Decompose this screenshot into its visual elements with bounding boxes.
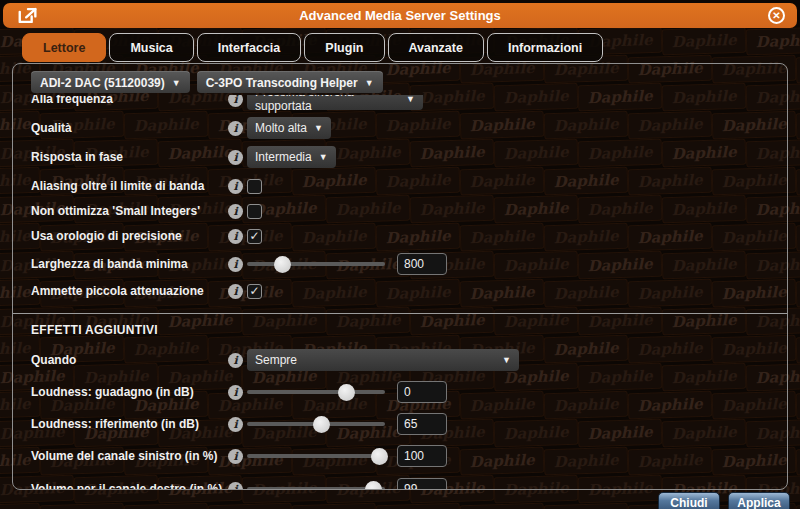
info-icon[interactable]: i [228,417,243,432]
settings-scrolled-content: Alla frequenzaiProssima sincrona support… [13,95,787,490]
watermark-word: Daphile [746,27,800,56]
watermark-word: Daphile [460,503,545,509]
setting-label-loudness-riferimento-in-db: Loudness: riferimento (in dB) [31,417,228,431]
watermark-word: Daphile [796,503,800,509]
tab-informazioni[interactable]: Informazioni [487,33,603,62]
device-select-adi-2-dac-51120039[interactable]: ADI-2 DAC (51120039)▼ [31,71,190,93]
slider-track [247,487,385,490]
watermark-word: Daphile [208,503,293,509]
export-icon[interactable] [17,6,39,25]
section-title-effects: EFFETTI AGGIUNTIVI [31,323,787,337]
slider-thumb[interactable] [365,481,382,491]
setting-label-volume-per-il-canale-destro-in: Volume per il canale destro (in %) [31,482,228,490]
usa-orologio-di-precisione-checkbox[interactable]: ✓ [247,229,262,244]
info-icon[interactable]: i [228,353,243,368]
aliasing-oltre-il-limite-di-banda-checkbox[interactable] [247,179,262,194]
info-icon[interactable]: i [228,204,243,219]
tab-musica[interactable]: Musica [109,33,193,62]
watermark-word: Daphile [796,391,800,420]
setting-row-aliasing-oltre-il-limite-di-banda: Aliasing oltre il limite di bandai [13,178,787,194]
setting-row-loudness-riferimento-in-db: Loudness: riferimento (in dB)i [13,413,787,435]
settings-scroll-viewport[interactable]: Alla frequenzaiProssima sincrona support… [13,95,787,490]
info-icon[interactable]: i [228,482,243,491]
setting-label-ammette-piccola-attenuazione: Ammette piccola attenuazione [31,284,228,298]
setting-label-larghezza-di-banda-minima: Larghezza di banda minima [31,257,228,271]
watermark-word: Daphile [796,223,800,252]
watermark-word: Daphile [40,503,125,509]
watermark-word: Daphile [662,27,747,56]
watermark-word: Daphile [796,279,800,308]
chevron-down-icon: ▼ [314,123,323,133]
tab-interfaccia[interactable]: Interfaccia [197,33,302,62]
volume-del-canale-sinistro-in-slider[interactable] [247,448,385,465]
ammette-piccola-attenuazione-checkbox[interactable]: ✓ [247,284,262,299]
setting-row-quando: QuandoiSempre▼ [13,349,787,371]
slider-thumb[interactable] [313,416,330,433]
close-icon[interactable]: ✕ [768,7,785,24]
info-icon[interactable]: i [228,229,243,244]
qualit-select[interactable]: Molto alta▼ [247,117,331,139]
setting-label-non-ottimizza-small-integers: Non ottimizza 'Small Integers' [31,204,228,218]
select-value: Sempre [255,353,297,367]
loudness-guadagno-in-db-slider[interactable] [247,384,385,401]
device-select-row: ADI-2 DAC (51120039)▼C-3PO Transcoding H… [31,71,787,93]
setting-row-alla-frequenza: Alla frequenzaiProssima sincrona support… [13,95,787,110]
watermark-word: Daphile [124,503,209,509]
alla-frequenza-select[interactable]: Prossima sincrona supportata▼ [247,95,423,110]
info-icon[interactable]: i [228,95,243,107]
loudness-riferimento-in-db-value-input[interactable] [397,413,447,435]
info-icon[interactable]: i [228,179,243,194]
slider-thumb[interactable] [371,448,388,465]
info-icon[interactable]: i [228,257,243,272]
volume-per-il-canale-destro-in-slider[interactable] [247,481,385,491]
setting-label-risposta-in-fase: Risposta in fase [31,150,228,164]
info-icon[interactable]: i [228,449,243,464]
section-divider [13,313,787,314]
device-select-c-3po-transcoding-helper[interactable]: C-3PO Transcoding Helper▼ [197,71,383,93]
slider-thumb[interactable] [338,384,355,401]
titlebar: Advanced Media Server Settings ✕ [3,3,797,28]
tab-plugin[interactable]: Plugin [304,33,384,62]
loudness-guadagno-in-db-value-input[interactable] [397,381,447,403]
setting-row-volume-per-il-canale-destro-in: Volume per il canale destro (in %)i [13,478,787,490]
watermark-word: Daphile [0,503,40,509]
tab-lettore[interactable]: Lettore [22,33,106,62]
setting-row-qualit: QualitàiMolto alta▼ [13,117,787,139]
info-icon[interactable]: i [228,121,243,136]
volume-per-il-canale-destro-in-value-input[interactable] [397,478,447,490]
info-icon[interactable]: i [228,284,243,299]
apply-button[interactable]: Applica [728,492,790,509]
slider-track [247,262,385,266]
setting-label-alla-frequenza: Alla frequenza [31,95,228,106]
setting-label-usa-orologio-di-precisione: Usa orologio di precisione [31,229,228,243]
volume-del-canale-sinistro-in-value-input[interactable] [397,445,447,467]
player-settings-section: Alla frequenzaiProssima sincrona support… [13,95,787,299]
larghezza-di-banda-minima-value-input[interactable] [397,253,447,275]
risposta-in-fase-select[interactable]: Intermedia▼ [247,146,336,168]
tab-avanzate[interactable]: Avanzate [388,33,484,62]
watermark-word: Daphile [292,503,377,509]
select-value: Intermedia [255,150,312,164]
watermark-word: Daphile [796,335,800,364]
setting-row-non-ottimizza-small-integers: Non ottimizza 'Small Integers'i [13,203,787,219]
info-icon[interactable]: i [228,150,243,165]
watermark-word: Daphile [376,503,461,509]
setting-label-qualit: Qualità [31,121,228,135]
non-ottimizza-small-integers-checkbox[interactable] [247,204,262,219]
slider-track [247,454,385,458]
larghezza-di-banda-minima-slider[interactable] [247,256,385,273]
watermark-word: Daphile [796,447,800,476]
watermark-word: Daphile [796,167,800,196]
slider-thumb[interactable] [274,256,291,273]
device-select-label: C-3PO Transcoding Helper [206,76,358,90]
setting-label-volume-del-canale-sinistro-in: Volume del canale sinistro (in %) [31,449,228,463]
loudness-riferimento-in-db-slider[interactable] [247,416,385,433]
quando-select[interactable]: Sempre▼ [247,349,519,371]
close-button[interactable]: Chiudi [658,492,720,509]
setting-row-loudness-guadagno-in-db: Loudness: guadagno (in dB)i [13,381,787,403]
info-icon[interactable]: i [228,385,243,400]
setting-label-aliasing-oltre-il-limite-di-banda: Aliasing oltre il limite di banda [31,179,228,193]
additional-effects-section: QuandoiSempre▼Loudness: guadagno (in dB)… [13,349,787,490]
setting-row-usa-orologio-di-precisione: Usa orologio di precisionei✓ [13,228,787,244]
setting-row-larghezza-di-banda-minima: Larghezza di banda minimai [13,253,787,275]
